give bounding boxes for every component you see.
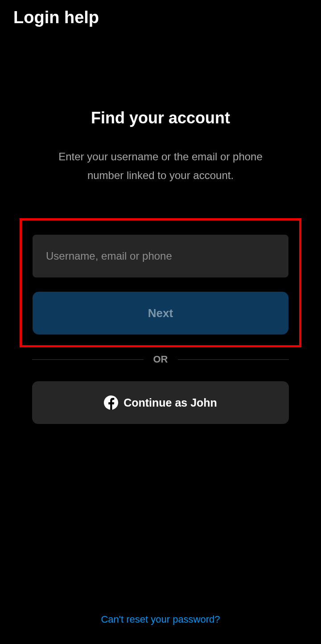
highlighted-form-area: Next [20, 218, 301, 347]
header-title: Login help [0, 0, 321, 35]
divider-line-left [32, 359, 144, 360]
cant-reset-password-link[interactable]: Can't reset your password? [0, 614, 321, 625]
username-email-phone-input[interactable] [33, 235, 288, 277]
divider-text: OR [144, 354, 178, 365]
facebook-icon [104, 395, 118, 410]
facebook-button-label: Continue as John [123, 396, 217, 409]
divider: OR [32, 354, 289, 365]
page-description: Enter your username or the email or phon… [32, 147, 289, 185]
main-content: Find your account Enter your username or… [0, 35, 321, 424]
next-button[interactable]: Next [33, 292, 288, 334]
page-title: Find your account [91, 109, 230, 127]
divider-line-right [178, 359, 289, 360]
continue-with-facebook-button[interactable]: Continue as John [32, 381, 289, 424]
